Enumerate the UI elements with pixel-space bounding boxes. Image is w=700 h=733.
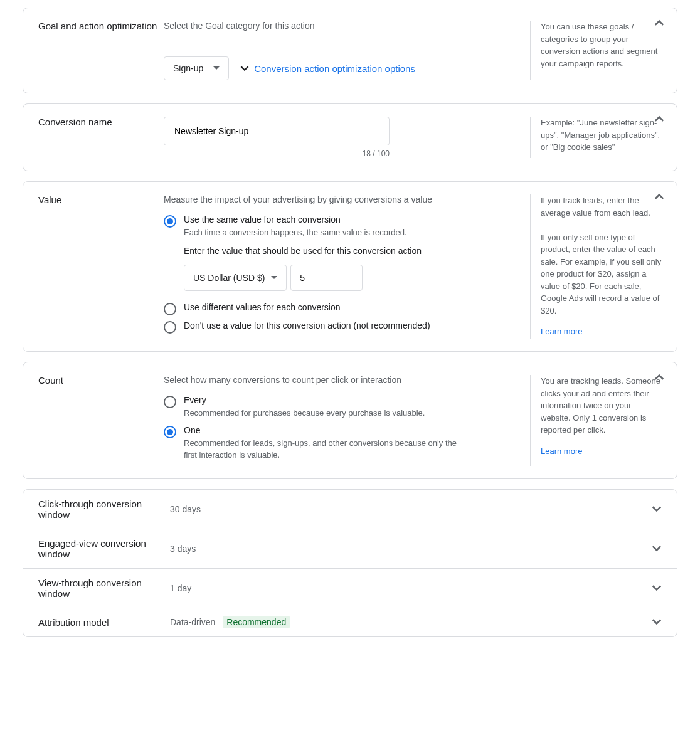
- engaged-window-row[interactable]: Engaged-view conversion window 3 days: [23, 529, 677, 569]
- collapse-icon[interactable]: [654, 115, 664, 122]
- goal-help-text: You can use these goals / categories to …: [530, 21, 662, 80]
- goal-category-select[interactable]: Sign-up: [164, 56, 229, 80]
- count-help-text: You are tracking leads. Someone clicks y…: [541, 375, 662, 436]
- value-opt1-label: Use the same value for each conversion: [184, 214, 407, 224]
- count-option-every[interactable]: Every Recommended for purchases because …: [164, 395, 520, 419]
- currency-select[interactable]: US Dollar (USD $): [184, 265, 287, 291]
- conversion-value-input[interactable]: [290, 265, 363, 291]
- collapse-icon[interactable]: [654, 19, 664, 26]
- view-window-value: 1 day: [170, 583, 191, 593]
- chevron-down-icon: [652, 585, 662, 591]
- attribution-label: Attribution model: [38, 617, 170, 628]
- click-window-label: Click-through conversion window: [38, 498, 170, 520]
- conversion-name-card: Conversion name 18 / 100 Example: "June …: [23, 103, 677, 171]
- radio-icon: [164, 396, 176, 408]
- value-opt2-label: Use different values for each conversion: [184, 302, 341, 312]
- count-opt1-sub: Recommended for purchases because every …: [184, 408, 425, 419]
- currency-value: US Dollar (USD $): [193, 273, 265, 283]
- count-card: Count Select how many conversions to cou…: [23, 362, 677, 479]
- chevron-down-icon: [240, 66, 249, 71]
- caret-down-icon: [271, 276, 277, 280]
- count-desc: Select how many conversions to count per…: [164, 375, 520, 385]
- collapsed-settings-group: Click-through conversion window 30 days …: [23, 489, 677, 637]
- value-card: Value Measure the impact of your adverti…: [23, 181, 677, 352]
- radio-icon: [164, 321, 176, 334]
- value-desc: Measure the impact of your advertising b…: [164, 194, 520, 204]
- value-title: Value: [38, 194, 164, 339]
- conversion-name-input[interactable]: [164, 117, 390, 145]
- value-help: If you track leads, enter the average va…: [530, 194, 662, 339]
- expand-link-text: Conversion action optimization options: [254, 63, 415, 74]
- conversion-options-expand[interactable]: Conversion action optimization options: [240, 63, 415, 74]
- learn-more-link[interactable]: Learn more: [541, 445, 582, 458]
- engaged-window-label: Engaged-view conversion window: [38, 538, 170, 559]
- goal-desc: Select the Goal category for this action: [164, 21, 520, 31]
- count-title: Count: [38, 375, 164, 466]
- value-opt3-label: Don't use a value for this conversion ac…: [184, 320, 430, 330]
- chevron-down-icon: [652, 619, 662, 625]
- attribution-row[interactable]: Attribution model Data-driven Recommende…: [23, 608, 677, 636]
- learn-more-link[interactable]: Learn more: [541, 325, 582, 338]
- radio-icon: [164, 303, 176, 315]
- value-opt1-sub: Each time a conversion happens, the same…: [184, 227, 407, 238]
- count-opt1-label: Every: [184, 395, 425, 405]
- collapse-icon[interactable]: [654, 374, 664, 380]
- count-option-one[interactable]: One Recommended for leads, sign-ups, and…: [164, 425, 520, 460]
- click-window-value: 30 days: [170, 504, 201, 514]
- view-window-row[interactable]: View-through conversion window 1 day: [23, 569, 677, 608]
- recommended-badge: Recommended: [223, 616, 290, 628]
- value-sub-label: Enter the value that should be used for …: [184, 246, 520, 256]
- goal-title: Goal and action optimization: [38, 21, 164, 80]
- radio-icon: [164, 426, 176, 438]
- goal-optimization-card: Goal and action optimization Select the …: [23, 8, 677, 93]
- chevron-down-icon: [652, 546, 662, 552]
- click-window-row[interactable]: Click-through conversion window 30 days: [23, 490, 677, 529]
- value-option-same[interactable]: Use the same value for each conversion E…: [164, 214, 520, 238]
- caret-down-icon: [213, 66, 220, 70]
- count-opt2-label: One: [184, 425, 460, 435]
- attribution-value: Data-driven: [170, 617, 215, 627]
- name-title: Conversion name: [38, 117, 164, 158]
- value-help2: If you only sell one type of product, en…: [541, 231, 662, 317]
- char-counter: 18 / 100: [164, 149, 390, 158]
- radio-icon: [164, 215, 176, 228]
- value-help1: If you track leads, enter the average va…: [541, 194, 662, 219]
- engaged-window-value: 3 days: [170, 544, 196, 554]
- chevron-down-icon: [652, 506, 662, 512]
- count-opt2-sub: Recommended for leads, sign-ups, and oth…: [184, 438, 460, 460]
- count-help: You are tracking leads. Someone clicks y…: [530, 375, 662, 466]
- name-help-text: Example: "June newsletter sign-ups", "Ma…: [530, 117, 662, 158]
- value-option-different[interactable]: Use different values for each conversion: [164, 302, 520, 315]
- view-window-label: View-through conversion window: [38, 577, 170, 599]
- goal-select-value: Sign-up: [173, 63, 203, 73]
- value-option-none[interactable]: Don't use a value for this conversion ac…: [164, 320, 520, 334]
- collapse-icon[interactable]: [654, 193, 664, 199]
